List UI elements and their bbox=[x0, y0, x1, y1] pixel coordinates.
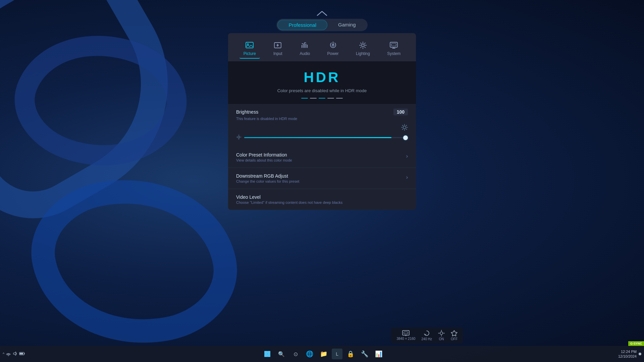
svg-marker-47 bbox=[451, 330, 457, 336]
nav-power[interactable]: Power bbox=[323, 39, 343, 59]
svg-line-30 bbox=[406, 129, 407, 130]
color-preset-section[interactable]: Color Preset Information View details ab… bbox=[228, 147, 416, 168]
svg-rect-23 bbox=[391, 44, 396, 46]
downstream-rgb-header: Downstream RGB Adjust Change the color v… bbox=[236, 173, 408, 183]
svg-rect-39 bbox=[404, 332, 408, 334]
resolution-value: 3840 × 2160 bbox=[396, 337, 415, 341]
osd-content-area: Brightness 100 This feature is disabled … bbox=[228, 104, 416, 210]
svg-point-24 bbox=[403, 126, 406, 129]
lighting-icon bbox=[358, 41, 368, 50]
nav-input-label: Input bbox=[273, 51, 282, 56]
taskbar-file-explorer[interactable]: 📁 bbox=[318, 348, 330, 360]
video-level-subtitle: Choose "Limited" if streaming content do… bbox=[236, 200, 342, 204]
downstream-rgb-section[interactable]: Downstream RGB Adjust Change the color v… bbox=[228, 168, 416, 189]
osd-main-panel: Picture Input bbox=[228, 33, 416, 210]
svg-line-18 bbox=[365, 43, 365, 44]
svg-marker-49 bbox=[13, 352, 16, 355]
hdr-dot-2 bbox=[310, 98, 317, 99]
svg-line-31 bbox=[406, 125, 407, 126]
brightness-sun-large-icon bbox=[401, 124, 408, 132]
tab-professional[interactable]: Professional bbox=[277, 20, 327, 30]
svg-line-17 bbox=[365, 47, 365, 48]
power-icon bbox=[328, 41, 338, 50]
tab-gaming[interactable]: Gaming bbox=[327, 20, 367, 30]
refresh-value: 240 Hz bbox=[421, 337, 432, 341]
taskbar-edge-browser[interactable]: 🌐 bbox=[304, 348, 316, 360]
svg-point-11 bbox=[362, 44, 364, 47]
brightness-sun-small-icon bbox=[236, 134, 241, 141]
svg-point-48 bbox=[8, 355, 9, 356]
osd-nav-bar: Picture Input bbox=[228, 33, 416, 61]
nav-audio-label: Audio bbox=[300, 51, 310, 56]
svg-rect-55 bbox=[267, 351, 270, 354]
brightness-disabled-note: This feature is disabled in HDR mode bbox=[236, 117, 408, 121]
nav-picture[interactable]: Picture bbox=[239, 39, 260, 59]
taskbar: ^ bbox=[0, 346, 644, 362]
brightness-slider-fill bbox=[244, 137, 391, 138]
downstream-rgb-subtitle: Change the color values for this preset bbox=[236, 179, 299, 183]
brightness-slider-track[interactable] bbox=[244, 137, 408, 138]
svg-rect-57 bbox=[267, 354, 270, 357]
video-level-text: Video Level Choose "Limited" if streamin… bbox=[236, 194, 342, 204]
brightness-section: Brightness 100 This feature is disabled … bbox=[228, 104, 416, 147]
nav-input[interactable]: Input bbox=[269, 39, 286, 59]
nav-lighting-label: Lighting bbox=[356, 51, 370, 56]
taskbar-app4[interactable]: 📊 bbox=[373, 348, 385, 360]
osd-chevron-up[interactable] bbox=[228, 10, 416, 17]
nav-system-label: System bbox=[387, 51, 400, 56]
brightness-slider-top-row bbox=[236, 124, 408, 132]
taskbar-show-hidden-icons[interactable]: ^ bbox=[3, 352, 4, 356]
taskbar-windows-start[interactable] bbox=[261, 348, 273, 360]
hdr-off-value: OFF bbox=[451, 337, 458, 341]
nav-system[interactable]: System bbox=[383, 39, 405, 59]
taskbar-search[interactable]: 🔍 bbox=[275, 348, 287, 360]
color-preset-header: Color Preset Information View details ab… bbox=[236, 152, 408, 162]
nav-lighting[interactable]: Lighting bbox=[352, 39, 374, 59]
svg-point-42 bbox=[440, 332, 443, 335]
nav-picture-label: Picture bbox=[244, 51, 256, 56]
hdr-title: HDR bbox=[235, 69, 409, 85]
status-hdr-on: ON bbox=[438, 330, 445, 341]
mode-tabs: Professional Gaming bbox=[276, 19, 367, 31]
svg-line-19 bbox=[361, 47, 361, 48]
brightness-label: Brightness bbox=[236, 109, 258, 115]
svg-point-33 bbox=[238, 136, 240, 138]
downstream-rgb-arrow-icon: › bbox=[406, 175, 408, 180]
color-preset-arrow-icon: › bbox=[406, 154, 408, 159]
taskbar-app1[interactable]: L bbox=[332, 349, 342, 359]
svg-rect-54 bbox=[264, 351, 267, 354]
system-icon bbox=[389, 41, 398, 50]
color-preset-subtitle: View details about this color mode bbox=[236, 158, 292, 162]
taskbar-volume-icon[interactable] bbox=[12, 351, 18, 357]
brightness-slider-container[interactable] bbox=[236, 134, 408, 141]
brightness-value: 100 bbox=[393, 109, 408, 115]
taskbar-task-view[interactable]: ⊙ bbox=[289, 348, 302, 360]
status-refresh: 240 Hz bbox=[421, 330, 432, 341]
taskbar-network-icon[interactable] bbox=[6, 351, 11, 357]
color-preset-title: Color Preset Information bbox=[236, 152, 292, 158]
svg-rect-38 bbox=[402, 330, 409, 335]
taskbar-app2[interactable]: 🔒 bbox=[344, 348, 357, 360]
status-hdr-off: OFF bbox=[451, 330, 458, 341]
hdr-banner: HDR Color presets are disabled while in … bbox=[228, 61, 416, 104]
taskbar-app3[interactable]: 🔧 bbox=[359, 348, 371, 360]
monitor-osd: Professional Gaming Picture bbox=[228, 10, 416, 210]
audio-icon bbox=[300, 41, 310, 50]
nav-audio[interactable]: Audio bbox=[296, 39, 314, 59]
hdr-dot-4 bbox=[327, 98, 334, 99]
hdr-dot-1 bbox=[301, 98, 308, 99]
nav-power-label: Power bbox=[327, 51, 339, 56]
video-level-section[interactable]: Video Level Choose "Limited" if streamin… bbox=[228, 189, 416, 210]
svg-line-32 bbox=[402, 129, 403, 130]
taskbar-app-icons: 🔍 ⊙ 🌐 📁 L 🔒 🔧 📊 bbox=[28, 348, 618, 360]
video-level-title: Video Level bbox=[236, 194, 342, 200]
svg-rect-0 bbox=[246, 42, 253, 48]
brightness-slider-thumb[interactable] bbox=[403, 135, 408, 140]
hdr-on-value: ON bbox=[439, 337, 444, 341]
color-preset-text: Color Preset Information View details ab… bbox=[236, 152, 292, 162]
hdr-subtitle: Color presets are disabled while in HDR … bbox=[235, 88, 409, 93]
svg-rect-56 bbox=[264, 354, 267, 357]
taskbar-battery-icon[interactable] bbox=[19, 351, 25, 357]
taskbar-clock[interactable]: 12:24 PM 12/10/2024 bbox=[618, 349, 637, 359]
notification-dot bbox=[639, 353, 641, 355]
